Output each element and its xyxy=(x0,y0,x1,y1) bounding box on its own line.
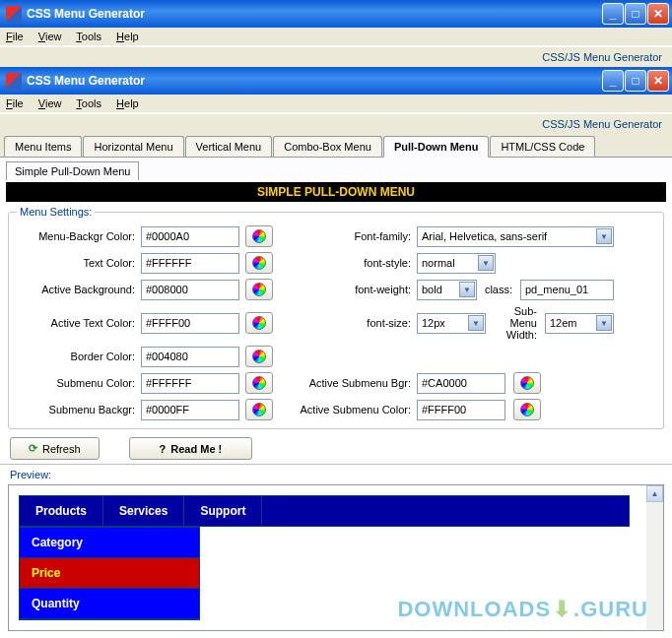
input-submenu-color[interactable] xyxy=(141,373,239,394)
tab-html-css-code[interactable]: HTML/CSS Code xyxy=(490,136,595,157)
tab-horizontal-menu[interactable]: Horizontal Menu xyxy=(83,136,183,157)
window1-tagline: CSS/JS Menu Generator xyxy=(0,46,672,67)
color-picker-submenu-bg[interactable] xyxy=(245,399,273,420)
select-submenu-width[interactable]: 12em▼ xyxy=(545,313,614,334)
preview-sub-category[interactable]: Category xyxy=(20,528,199,558)
input-class[interactable] xyxy=(520,280,614,300)
window2-menubar: File View Tools Help xyxy=(0,95,672,113)
label-active-bg: Active Background: xyxy=(17,284,135,295)
window2-tagline: CSS/JS Menu Generator xyxy=(0,113,672,134)
color-picker-active-sub-color[interactable] xyxy=(513,399,541,420)
select-font-family[interactable]: Arial, Helvetica, sans-serif▼ xyxy=(417,226,614,247)
color-picker-border[interactable] xyxy=(245,346,273,367)
select-font-size[interactable]: 12px▼ xyxy=(417,313,486,334)
chevron-down-icon: ▼ xyxy=(478,255,494,271)
menu-tools[interactable]: Tools xyxy=(76,31,101,42)
subtab-simple-pulldown[interactable]: Simple Pull-Down Menu xyxy=(6,161,139,180)
window1-menubar: File View Tools Help xyxy=(0,28,672,46)
section-banner: SIMPLE PULL-DOWN MENU xyxy=(6,182,666,202)
value-font-family: Arial, Helvetica, sans-serif xyxy=(422,230,547,242)
input-border-color[interactable] xyxy=(141,347,239,367)
select-font-style[interactable]: normal▼ xyxy=(417,253,496,274)
label-submenu-width: Sub-Menu Width: xyxy=(494,305,537,341)
menu-help[interactable]: Help xyxy=(116,97,139,109)
chevron-down-icon: ▼ xyxy=(596,315,612,331)
color-wheel-icon xyxy=(252,283,266,296)
app-icon xyxy=(6,73,22,89)
color-wheel-icon xyxy=(252,403,266,416)
minimize-button[interactable]: _ xyxy=(602,70,624,92)
input-text-color[interactable] xyxy=(141,253,239,274)
color-picker-active-bg[interactable] xyxy=(245,279,273,300)
label-submenu-color: Submenu Color: xyxy=(17,377,135,389)
preview-menu-products[interactable]: Products xyxy=(20,496,103,526)
label-font-family: Font-family: xyxy=(283,230,411,242)
preview-label: Preview: xyxy=(0,464,672,482)
value-font-style: normal xyxy=(422,257,455,269)
value-font-weight: bold xyxy=(422,284,442,295)
label-submenu-bg: Submenu Backgr: xyxy=(17,404,135,415)
label-font-size: font-size: xyxy=(283,317,411,329)
refresh-label: Refresh xyxy=(42,443,81,455)
readme-label: Read Me ! xyxy=(170,443,222,455)
color-wheel-icon xyxy=(252,316,266,330)
color-picker-text[interactable] xyxy=(245,252,273,274)
color-wheel-icon xyxy=(520,403,534,416)
preview-sub-price[interactable]: Price xyxy=(20,558,199,589)
settings-legend: Menu Settings: xyxy=(17,206,95,218)
menu-help[interactable]: Help xyxy=(116,31,139,42)
menu-tools[interactable]: Tools xyxy=(76,97,101,109)
label-active-sub-bg: Active Submenu Bgr: xyxy=(283,377,411,389)
preview-submenu: Category Price Quantity xyxy=(19,527,200,620)
input-submenu-bg[interactable] xyxy=(141,400,239,420)
scroll-up-icon[interactable]: ▲ xyxy=(646,485,663,502)
preview-main-menu: Products Services Support xyxy=(19,495,630,527)
label-font-style: font-style: xyxy=(283,257,411,269)
refresh-icon: ⟳ xyxy=(29,442,37,455)
color-picker-menu-bg[interactable] xyxy=(245,225,273,247)
chevron-down-icon: ▼ xyxy=(459,282,475,297)
input-active-sub-bg[interactable] xyxy=(417,373,505,394)
window1-titlebar: CSS Menu Generator _ □ ✕ xyxy=(0,0,672,28)
main-tabs: Menu Items Horizontal Menu Vertical Menu… xyxy=(0,134,672,158)
window2-titlebar: CSS Menu Generator _ □ ✕ xyxy=(0,67,672,95)
tab-combobox-menu[interactable]: Combo-Box Menu xyxy=(273,136,382,157)
menu-file[interactable]: File xyxy=(6,97,24,109)
input-active-text[interactable] xyxy=(141,313,239,334)
app-icon xyxy=(6,6,22,22)
chevron-down-icon: ▼ xyxy=(468,315,484,331)
minimize-button[interactable]: _ xyxy=(602,3,624,25)
select-font-weight[interactable]: bold▼ xyxy=(417,280,477,300)
label-active-text: Active Text Color: xyxy=(17,317,135,329)
menu-view[interactable]: View xyxy=(38,97,62,109)
input-active-sub-color[interactable] xyxy=(417,400,505,420)
color-wheel-icon xyxy=(252,376,266,390)
color-picker-active-text[interactable] xyxy=(245,312,273,334)
menu-view[interactable]: View xyxy=(38,31,62,42)
label-active-sub-color: Active Submenu Color: xyxy=(283,404,411,415)
value-submenu-width: 12em xyxy=(550,317,577,329)
menu-file[interactable]: File xyxy=(6,31,24,42)
tab-menu-items[interactable]: Menu Items xyxy=(4,136,82,157)
label-border-color: Border Color: xyxy=(17,351,135,362)
color-wheel-icon xyxy=(252,350,266,363)
color-picker-submenu-color[interactable] xyxy=(245,372,273,394)
color-wheel-icon xyxy=(252,256,266,270)
close-button[interactable]: ✕ xyxy=(647,3,669,25)
preview-panel: Products Services Support Category Price… xyxy=(8,484,664,631)
maximize-button[interactable]: □ xyxy=(625,70,646,92)
readme-button[interactable]: ? Read Me ! xyxy=(129,437,253,460)
preview-menu-support[interactable]: Support xyxy=(184,496,262,526)
close-button[interactable]: ✕ xyxy=(647,70,669,92)
preview-menu-services[interactable]: Services xyxy=(103,496,184,526)
preview-sub-quantity[interactable]: Quantity xyxy=(20,589,199,619)
refresh-button[interactable]: ⟳ Refresh xyxy=(10,437,100,460)
input-active-bg[interactable] xyxy=(141,280,239,300)
color-picker-active-sub-bg[interactable] xyxy=(513,372,541,394)
tab-vertical-menu[interactable]: Vertical Menu xyxy=(185,136,273,157)
preview-scrollbar[interactable]: ▲ xyxy=(646,485,663,630)
input-menu-bg[interactable] xyxy=(141,226,239,247)
maximize-button[interactable]: □ xyxy=(625,3,646,25)
tab-pulldown-menu[interactable]: Pull-Down Menu xyxy=(383,136,490,158)
question-icon: ? xyxy=(160,443,167,455)
